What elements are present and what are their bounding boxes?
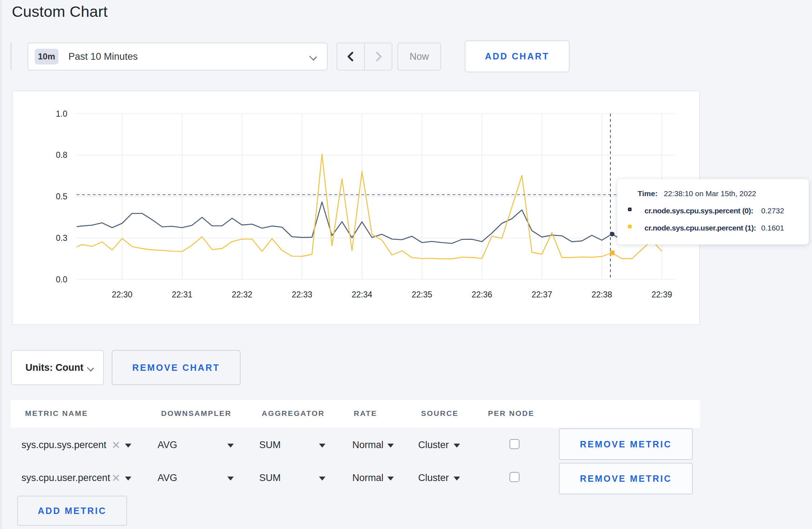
x-axis-label: 22:32: [232, 290, 252, 299]
aggregator-select[interactable]: SUM: [259, 440, 281, 451]
series-line-cr.node.sys.cpu.user.percent: [72, 154, 662, 259]
x-axis-label: 22:36: [472, 290, 492, 299]
column-header-downsampler: DOWNSAMPLER: [161, 409, 232, 418]
chevron-right-icon: [371, 49, 386, 64]
add-chart-label: ADD CHART: [485, 51, 549, 62]
remove-metric-label: REMOVE METRIC: [580, 439, 672, 450]
time-window-badge: 10m: [35, 49, 58, 64]
y-axis-label: 0.3: [56, 233, 67, 243]
column-header-metric-name: METRIC NAME: [25, 409, 88, 418]
chart-card: 0.00.30.50.81.022:3022:3122:3222:3322:34…: [12, 91, 700, 325]
x-axis-label: 22:37: [532, 290, 552, 299]
y-axis-label: 0.5: [56, 192, 67, 201]
toolbar-divider: [11, 43, 11, 70]
tooltip-time-row: Time: 22:38:10 on Mar 15th, 2022: [617, 189, 809, 200]
chevron-down-icon: [309, 53, 317, 61]
add-metric-button[interactable]: ADD METRIC: [17, 496, 127, 526]
per-node-checkbox[interactable]: [509, 472, 519, 482]
time-window-label: Past 10 Minutes: [68, 51, 138, 62]
source-select[interactable]: Cluster: [418, 472, 449, 484]
chart-tooltip: Time: 22:38:10 on Mar 15th, 2022 cr.node…: [617, 179, 809, 244]
column-header-source: SOURCE: [421, 409, 459, 418]
step-forward-button[interactable]: [365, 43, 392, 70]
metric-name-select[interactable]: sys.cpu.sys.percent: [21, 440, 106, 451]
column-header-rate: RATE: [354, 409, 377, 418]
per-node-checkbox[interactable]: [509, 439, 519, 449]
remove-metric-button[interactable]: REMOVE METRIC: [559, 428, 693, 460]
downsampler-select[interactable]: AVG: [158, 472, 177, 484]
hover-point-cr.node.sys.cpu.user.percent: [610, 251, 614, 255]
caret-down-icon[interactable]: [227, 443, 234, 447]
tooltip-time-label: Time:: [638, 189, 658, 198]
caret-down-icon[interactable]: [125, 443, 131, 447]
tooltip-series-row: cr.node.sys.cpu.sys.percent (0): 0.2732: [617, 207, 809, 217]
x-axis-label: 22:30: [112, 290, 132, 299]
units-select[interactable]: Units: Count: [11, 350, 104, 385]
tooltip-series-label: cr.node.sys.cpu.sys.percent (0):: [644, 207, 753, 215]
x-axis-label: 22:35: [412, 290, 432, 299]
chevron-left-icon: [344, 49, 358, 64]
column-header-aggregator: AGGREGATOR: [262, 409, 325, 418]
add-chart-button[interactable]: ADD CHART: [465, 40, 570, 72]
caret-down-icon[interactable]: [319, 476, 325, 480]
caret-down-icon[interactable]: [387, 476, 394, 480]
caret-down-icon[interactable]: [454, 476, 460, 480]
step-back-button[interactable]: [337, 43, 365, 70]
x-axis-label: 22:39: [652, 290, 672, 299]
caret-down-icon[interactable]: [454, 443, 460, 447]
remove-metric-label: REMOVE METRIC: [580, 474, 672, 484]
remove-chart-button[interactable]: REMOVE CHART: [112, 350, 241, 385]
hover-point-cr.node.sys.cpu.sys.percent: [610, 232, 614, 237]
y-axis-label: 0.0: [56, 275, 67, 284]
caret-down-icon[interactable]: [387, 443, 394, 447]
metric-name-select[interactable]: sys.cpu.user.percent: [21, 472, 110, 484]
rate-select[interactable]: Normal: [352, 472, 383, 484]
units-select-label: Units: Count: [25, 362, 83, 373]
rate-select[interactable]: Normal: [352, 440, 383, 451]
series-swatch-sys-icon: [628, 208, 632, 211]
clear-metric-icon[interactable]: ✕: [111, 439, 121, 451]
caret-down-icon[interactable]: [125, 476, 131, 480]
chevron-down-icon: [87, 365, 94, 372]
now-button[interactable]: Now: [397, 43, 441, 71]
tooltip-time-value: 22:38:10 on Mar 15th, 2022: [664, 189, 756, 198]
tooltip-series-label: cr.node.sys.cpu.user.percent (1):: [644, 224, 756, 232]
chart-svg[interactable]: 0.00.30.50.81.022:3022:3122:3222:3322:34…: [13, 91, 699, 324]
downsampler-select[interactable]: AVG: [158, 440, 177, 451]
remove-metric-button[interactable]: REMOVE METRIC: [559, 463, 693, 494]
aggregator-select[interactable]: SUM: [259, 472, 281, 484]
column-header-per-node: PER NODE: [488, 409, 535, 418]
page-title: Custom Chart: [12, 3, 108, 20]
x-axis-label: 22:38: [591, 290, 612, 299]
source-select[interactable]: Cluster: [418, 440, 449, 451]
time-step-buttons: [337, 43, 392, 71]
tooltip-series-value: 0.2732: [761, 207, 784, 215]
caret-down-icon[interactable]: [319, 443, 325, 447]
series-swatch-user-icon: [628, 225, 632, 228]
tooltip-series-value: 0.1601: [761, 224, 784, 232]
metrics-table-header: METRIC NAME DOWNSAMPLER AGGREGATOR RATE …: [11, 400, 700, 428]
remove-chart-label: REMOVE CHART: [132, 363, 220, 373]
time-window-select[interactable]: 10m Past 10 Minutes: [28, 43, 328, 71]
x-axis-label: 22:31: [172, 290, 193, 299]
add-metric-label: ADD METRIC: [38, 506, 107, 516]
metric-row: sys.cpu.user.percent ✕ AVG SUM Normal Cl…: [0, 461, 812, 494]
now-button-label: Now: [410, 51, 429, 62]
caret-down-icon[interactable]: [227, 476, 234, 480]
y-axis-label: 1.0: [56, 109, 67, 118]
clear-metric-icon[interactable]: ✕: [111, 472, 121, 484]
y-axis-label: 0.8: [56, 150, 67, 160]
metric-row: sys.cpu.sys.percent ✕ AVG SUM Normal Clu…: [0, 428, 812, 461]
series-line-cr.node.sys.cpu.sys.percent: [72, 202, 672, 243]
x-axis-label: 22:34: [352, 290, 372, 299]
x-axis-label: 22:33: [292, 290, 313, 299]
tooltip-series-row: cr.node.sys.cpu.user.percent (1): 0.1601: [617, 224, 809, 234]
